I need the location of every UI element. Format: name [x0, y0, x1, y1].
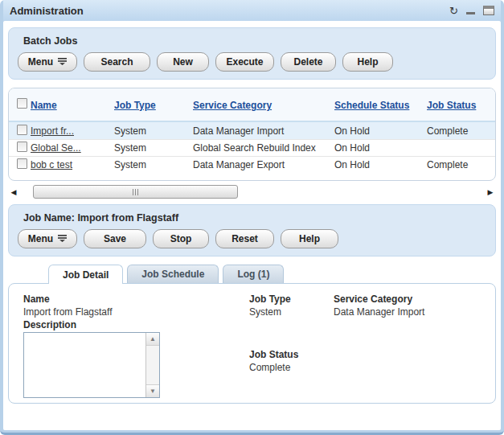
maximize-icon[interactable]: [483, 6, 494, 15]
schedule-status-cell: On Hold: [334, 159, 427, 170]
row-checkbox[interactable]: [17, 142, 27, 152]
job-name-link[interactable]: Import fr...: [31, 125, 74, 137]
delete-button[interactable]: Delete: [281, 52, 336, 72]
help-button[interactable]: Help: [281, 229, 338, 248]
scroll-down-icon[interactable]: ▼: [146, 384, 159, 397]
row-checkbox[interactable]: [17, 125, 27, 135]
execute-button[interactable]: Execute: [215, 52, 274, 72]
textarea-scrollbar[interactable]: ▲ ▼: [145, 333, 159, 397]
detail-middle-column: Job Type System Job Status Complete: [249, 293, 298, 374]
job-type-label: Job Type: [249, 293, 298, 306]
service-category-cell: Global Search Rebuild Index: [193, 142, 334, 154]
detail-tabs: Job Detail Job Schedule Log (1): [48, 265, 498, 283]
scroll-left-icon[interactable]: ◀: [8, 186, 19, 198]
batch-jobs-panel: Batch Jobs Menu Search New Execute Delet…: [8, 27, 496, 80]
column-header-job-status[interactable]: Job Status: [427, 100, 476, 111]
save-button[interactable]: Save: [84, 229, 146, 248]
table-body: Import fr... System Data Manager Import …: [9, 122, 495, 180]
description-label: Description: [23, 318, 160, 331]
menu-button[interactable]: Menu: [18, 52, 77, 72]
description-field[interactable]: ▲ ▼: [23, 332, 160, 398]
reset-button[interactable]: Reset: [215, 229, 274, 248]
new-button[interactable]: New: [157, 52, 209, 72]
description-textarea[interactable]: [24, 333, 145, 397]
job-status-value: Complete: [249, 361, 298, 374]
job-name-link[interactable]: bob c test: [31, 159, 72, 170]
job-status-cell: Complete: [427, 159, 495, 170]
horizontal-scrollbar[interactable]: ◀ ▶: [8, 185, 496, 199]
tab-job-schedule[interactable]: Job Schedule: [127, 265, 219, 283]
column-header-job-type[interactable]: Job Type: [114, 100, 156, 111]
menu-button[interactable]: Menu: [18, 229, 77, 248]
batch-jobs-toolbar: Menu Search New Execute Delete Help: [18, 52, 486, 72]
select-all-checkbox[interactable]: [17, 98, 27, 109]
search-button[interactable]: Search: [84, 52, 150, 72]
titlebar-icons: ↻: [449, 6, 494, 16]
job-type-cell: System: [114, 159, 193, 170]
table-header-row: Name Job Type Service Category Schedule …: [9, 88, 495, 122]
job-type-cell: System: [114, 125, 193, 137]
minimize-icon[interactable]: [466, 6, 475, 14]
menu-dropdown-icon: [58, 56, 67, 68]
job-type-value: System: [249, 306, 298, 318]
tab-job-detail[interactable]: Job Detail: [48, 265, 123, 284]
table-row[interactable]: bob c test System Data Manager Export On…: [9, 156, 495, 173]
window-title: Administration: [10, 5, 84, 17]
name-value: Import from Flagstaff: [23, 306, 160, 318]
scroll-up-icon[interactable]: ▲: [146, 333, 159, 346]
job-name-link[interactable]: Global Se...: [31, 142, 81, 154]
administration-window: Administration ↻ Batch Jobs Menu Search …: [0, 0, 504, 435]
help-button[interactable]: Help: [342, 52, 393, 72]
job-name-title: Job Name: Import from Flagstaff: [18, 211, 486, 229]
title-bar: Administration ↻: [3, 0, 501, 21]
service-category-cell: Data Manager Export: [193, 159, 334, 170]
service-category-label: Service Category: [334, 293, 424, 306]
scroll-right-icon[interactable]: ▶: [485, 186, 496, 198]
detail-left-column: Name Import from Flagstaff Description ▲…: [23, 293, 160, 398]
tab-log[interactable]: Log (1): [223, 265, 284, 283]
schedule-status-cell: On Hold: [334, 125, 427, 137]
job-name-panel: Job Name: Import from Flagstaff Menu Sav…: [8, 204, 496, 256]
window-content: Batch Jobs Menu Search New Execute Delet…: [3, 21, 501, 430]
service-category-value: Data Manager Import: [334, 306, 424, 318]
batch-jobs-title: Batch Jobs: [18, 34, 486, 52]
row-checkbox[interactable]: [17, 158, 27, 169]
table-row[interactable]: Import fr... System Data Manager Import …: [9, 122, 495, 139]
scrollbar-track[interactable]: [19, 185, 485, 199]
name-label: Name: [23, 293, 160, 306]
detail-right-column: Service Category Data Manager Import: [334, 293, 424, 318]
refresh-icon[interactable]: ↻: [449, 6, 458, 16]
schedule-status-cell: On Hold: [334, 142, 427, 154]
job-type-cell: System: [114, 142, 193, 154]
job-status-label: Job Status: [249, 348, 298, 361]
stop-button[interactable]: Stop: [153, 229, 209, 248]
batch-jobs-table: Name Job Type Service Category Schedule …: [8, 88, 496, 181]
column-header-name[interactable]: Name: [31, 100, 57, 111]
table-row[interactable]: Global Se... System Global Search Rebuil…: [9, 139, 495, 156]
scrollbar-thumb[interactable]: [33, 185, 238, 199]
column-header-service-category[interactable]: Service Category: [193, 100, 272, 111]
service-category-cell: Data Manager Import: [193, 125, 334, 137]
job-detail-panel: Name Import from Flagstaff Description ▲…: [8, 283, 496, 404]
column-header-schedule-status[interactable]: Schedule Status: [334, 100, 409, 111]
job-toolbar: Menu Save Stop Reset Help: [18, 229, 486, 248]
job-status-cell: Complete: [427, 125, 495, 137]
menu-dropdown-icon: [58, 233, 67, 244]
